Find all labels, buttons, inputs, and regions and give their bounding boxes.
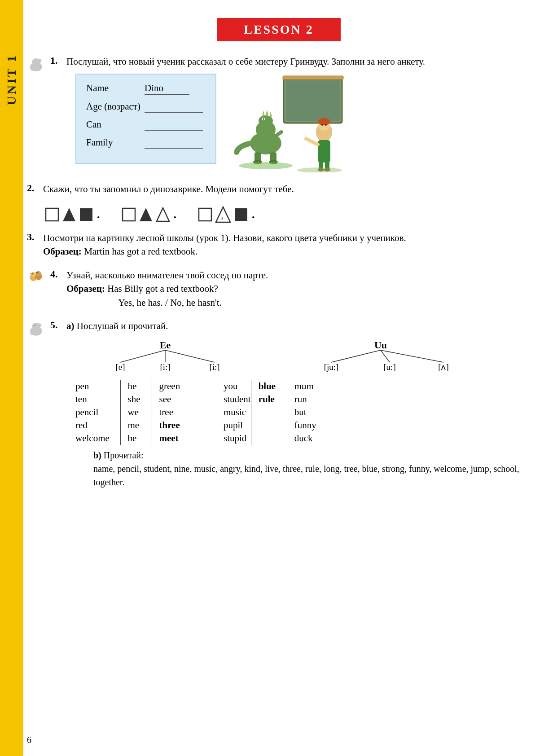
ph-row-5: welcome be meet stupid duck: [75, 432, 324, 445]
ex5-a-label: a): [66, 321, 75, 331]
ph-e-3: pencil: [75, 406, 120, 419]
ph-e-1: pen: [75, 380, 120, 393]
form-row-family: Family: [86, 137, 203, 149]
ex5-a-text: Послушай и прочитай.: [77, 321, 168, 331]
svg-rect-42: [199, 208, 211, 221]
ph-a-1: mum: [287, 380, 324, 393]
ph-a-5: duck: [287, 432, 324, 445]
svg-point-49: [36, 271, 41, 276]
part-b-label: b): [93, 450, 101, 460]
svg-rect-39: [123, 208, 135, 221]
ex3-obrazets-label: Образец:: [43, 246, 82, 257]
form-line-age: [145, 101, 203, 113]
shape-triangle-filled-2: [139, 207, 153, 222]
svg-point-53: [37, 272, 38, 273]
ex4-obrazets-label: Образец:: [66, 283, 107, 294]
shape-square-outline-2: [122, 207, 136, 222]
ex2-number: 2.: [27, 182, 41, 194]
ph-a-3: but: [287, 406, 324, 419]
svg-point-60: [36, 334, 40, 335]
shape-group-2: .: [122, 207, 177, 222]
ph-row-2: ten she see student rule run: [75, 393, 324, 406]
svg-line-70: [381, 350, 390, 362]
ex4-number: 4.: [50, 268, 65, 280]
svg-rect-9: [283, 76, 343, 79]
form-card: Name Dino Age (возраст) Can Family: [75, 74, 216, 164]
svg-point-6: [36, 69, 40, 71]
phonetics-section: Ee [e] [i:] [i:] Uu [ju:]: [75, 338, 531, 489]
svg-line-33: [275, 132, 281, 136]
ph-i2-1: green: [152, 380, 197, 393]
ph-u-1: blue: [251, 380, 287, 393]
svg-point-58: [35, 325, 35, 326]
form-label-can: Can: [86, 119, 145, 130]
svg-text:Uu: Uu: [374, 339, 387, 351]
exercise-3: 3. Посмотри на картинку лесной школы (ур…: [27, 231, 531, 259]
unit-sidebar: UNIT 1: [0, 0, 23, 756]
ph-u-4: [251, 419, 287, 432]
svg-text:[i:]: [i:]: [160, 362, 170, 372]
dot-1: .: [97, 208, 100, 221]
ph-row-4: red me three pupil funny: [75, 419, 324, 432]
shape-group-1: .: [45, 207, 100, 222]
svg-text:[ʌ]: [ʌ]: [438, 362, 449, 372]
ph-ju-1: you: [197, 380, 251, 393]
svg-point-56: [37, 324, 41, 327]
ph-i2-2: see: [152, 393, 197, 406]
elephant-icon-2: [27, 319, 47, 339]
ex1-text: Послушай, что новый ученик рассказал о с…: [66, 55, 531, 68]
shape-triangle-outline-2: [156, 207, 170, 222]
ph-i2-4: three: [152, 419, 197, 432]
shape-triangle-filled-1: [62, 207, 76, 222]
svg-line-64: [165, 350, 215, 362]
form-label-age: Age (возраст): [86, 101, 145, 112]
svg-point-25: [263, 119, 264, 120]
ph-ju-2: student: [197, 393, 251, 406]
ex4-line2: Yes, he has. / No, he hasn't.: [118, 297, 222, 308]
ex3-obrazets-text: Martin has got a red textbook.: [84, 246, 197, 257]
ph-i1-2: she: [120, 393, 152, 406]
ex5-content: a) Послушай и прочитай. Ee [e] [i:] [i:]: [66, 319, 531, 488]
dot-3: .: [252, 208, 255, 221]
page-number: 6: [27, 735, 31, 745]
svg-marker-27: [266, 110, 268, 115]
ph-a-4: funny: [287, 419, 324, 432]
ph-u-3: [251, 406, 287, 419]
svg-point-2: [37, 59, 41, 62]
ph-e-5: welcome: [75, 432, 120, 445]
svg-point-59: [32, 334, 36, 335]
ex1-number: 1.: [50, 55, 65, 66]
svg-rect-8: [286, 80, 340, 121]
ex3-main: Посмотри на картинку лесной школы (урок …: [43, 233, 406, 243]
cartoon-dino: [230, 74, 347, 172]
shape-triangle-outline-s: s: [215, 206, 231, 223]
exercise-1: 1. Послушай, что новый ученик рассказал …: [27, 55, 531, 172]
ph-e-4: red: [75, 419, 120, 432]
exercise-5: 5. a) Послушай и прочитай. Ee [e] [i: [27, 319, 531, 488]
ph-row-1: pen he green you blue mum: [75, 380, 324, 393]
dot-2: .: [174, 208, 177, 221]
ex4-line1: Has Billy got a red textbook?: [107, 283, 218, 294]
form-row-can: Can: [86, 119, 203, 131]
ph-ju-5: stupid: [197, 432, 251, 445]
part-b-words: name, pencil, student, nine, music, angr…: [93, 464, 519, 487]
form-line-family: [145, 137, 203, 149]
ex5-number: 5.: [50, 319, 65, 331]
exercise-4: 4. Узнай, насколько внимателен твой сосе…: [27, 268, 531, 309]
part-b-intro: Прочитай:: [104, 450, 144, 460]
form-label-family: Family: [86, 137, 145, 148]
ex4-text: Узнай, насколько внимателен твой сосед п…: [66, 268, 531, 309]
phonetics-tree-svg: Ee [e] [i:] [i:] Uu [ju:]: [75, 338, 479, 378]
ph-i1-1: he: [120, 380, 152, 393]
exercise-2-wrapper: 2. Скажи, что ты запомнил о динозаврике.…: [27, 182, 531, 223]
svg-point-13: [318, 118, 330, 125]
shape-square-filled-3: [234, 207, 248, 222]
svg-point-15: [325, 124, 327, 126]
svg-rect-45: [235, 208, 247, 221]
ex4-main: Узнай, насколько внимателен твой сосед п…: [66, 270, 268, 281]
ph-u-5: [251, 432, 287, 445]
ph-u-2: rule: [251, 393, 287, 406]
svg-marker-41: [157, 208, 169, 221]
svg-marker-40: [140, 208, 152, 221]
ph-ju-3: music: [197, 406, 251, 419]
